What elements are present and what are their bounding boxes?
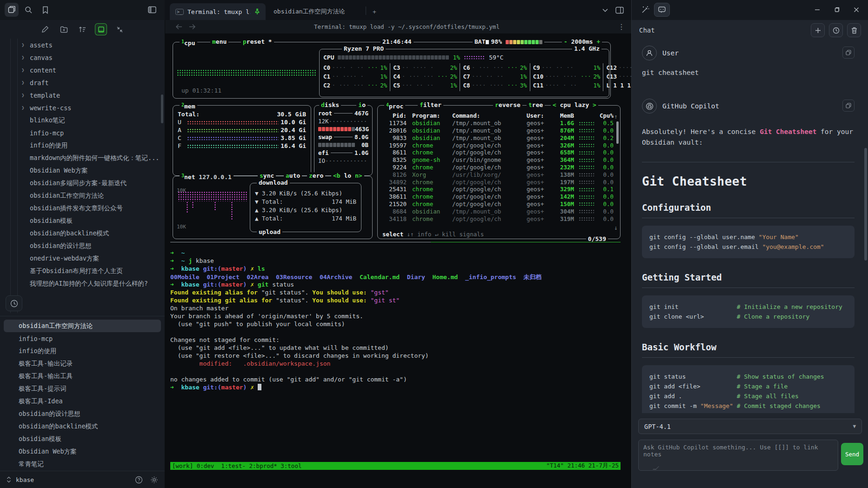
tab-list-chevron-icon[interactable] — [598, 3, 612, 17]
recent-item[interactable]: obsidian工作空间方法论 — [4, 320, 161, 332]
process-row[interactable]: 11734obsidian/tmp/.mount_obgeos+1.6G0.5 — [378, 120, 620, 127]
process-row[interactable]: 28016obsidian/tmp/.mount_obgeos+876M0.0 — [378, 127, 620, 134]
recent-item[interactable]: 极客工具-提示词 — [4, 382, 161, 395]
magic-wand-icon[interactable] — [638, 3, 652, 17]
back-icon[interactable] — [175, 24, 182, 30]
pin-icon[interactable] — [254, 8, 260, 15]
copilot-chat-icon[interactable] — [654, 3, 670, 17]
tree-item[interactable]: onedrive-webdav方案 — [0, 252, 165, 265]
tab-note[interactable]: obsidian工作空间方法论 — [268, 3, 365, 20]
process-row[interactable]: 8325gnome-sh/usr/bin/gnomegeos+364M0.0 — [378, 156, 620, 164]
scroll-up-icon[interactable]: ↑ — [614, 113, 618, 120]
split-layout-icon[interactable] — [613, 3, 627, 17]
recent-item[interactable]: obsidian模板 — [4, 433, 161, 445]
new-note-icon[interactable] — [39, 23, 51, 35]
process-row[interactable]: 34118chrome/opt/google/chgeos+319M0.0 — [378, 215, 620, 222]
tree-item[interactable]: infio的使用 — [0, 139, 165, 152]
terminal-body[interactable]: 1cpu menu preset * 21:46:44 BAT98% - 200… — [165, 33, 632, 488]
vault-bar[interactable]: kbase — [0, 471, 165, 488]
forward-icon[interactable] — [189, 24, 196, 30]
proc-reverse-label[interactable]: reverse — [493, 101, 522, 109]
tree-item[interactable]: obsidian插件发布文章到公众号 — [0, 202, 165, 214]
chat-input[interactable] — [638, 440, 838, 471]
copy-icon[interactable] — [842, 100, 855, 112]
tree-item[interactable]: 我理想的AI加持的个人知识库是什么样的? — [0, 277, 165, 290]
process-row[interactable]: 8611chrome/opt/google/chgeos+658M0.0 — [378, 149, 620, 156]
sort-order-icon[interactable] — [76, 23, 88, 35]
tree-item[interactable]: blinko笔记 — [0, 114, 165, 127]
tree-item[interactable]: markdown内的附件如何一键格式化：笔记... — [0, 152, 165, 164]
model-select[interactable]: GPT-4.1 ▼ — [638, 419, 862, 434]
disks-box-title[interactable]: disks — [319, 101, 341, 109]
shell-output[interactable]: ➜ ~➜ ~ j kbase➜ kbase git:(master) ✗ ls0… — [170, 249, 617, 392]
cpu-preset-label[interactable]: preset * — [241, 38, 274, 46]
tree-item[interactable]: ❯wewrite-css — [0, 101, 165, 114]
recent-item[interactable]: 极客工具-Idea — [4, 395, 161, 408]
process-row[interactable]: 21520chrome/opt/google/chgeos+150M0.0 — [378, 201, 620, 208]
net-mode[interactable]: <b lo n> — [331, 172, 364, 180]
chat-scrollbar[interactable] — [864, 148, 867, 261]
tree-item[interactable]: ❯canvas — [0, 51, 165, 64]
recent-item[interactable]: 极客工具-输出工具 — [4, 370, 161, 382]
files-icon[interactable] — [5, 3, 19, 17]
new-folder-icon[interactable] — [58, 23, 70, 35]
sidebar-scrollbar[interactable] — [161, 94, 163, 123]
process-row[interactable]: 25431chrome/opt/google/chgeos+329M0.1 — [378, 186, 620, 193]
scroll-down-icon[interactable]: ↓ — [614, 224, 618, 231]
io-corner-label[interactable]: io — [356, 101, 367, 109]
tree-item[interactable]: ❯content — [0, 64, 165, 76]
net-zero-label[interactable]: zero — [307, 172, 325, 180]
tree-item[interactable]: obsidian多端同步方案-最新迭代 — [0, 177, 165, 189]
collapse-all-icon[interactable] — [114, 23, 126, 35]
recent-item[interactable]: 极客工具-输出记录 — [4, 357, 161, 370]
tree-item[interactable]: Obsidian Web方案 — [0, 164, 165, 177]
proc-tree-label[interactable]: tree — [527, 101, 545, 109]
proc-scrollbar[interactable] — [616, 121, 619, 144]
cpu-menu-label[interactable]: menu — [210, 38, 228, 46]
proc-sort-mode[interactable]: < cpu lazy > — [551, 101, 598, 109]
left-sidebar-toggle-icon[interactable] — [145, 3, 159, 17]
recent-item[interactable]: infio-mcp — [4, 332, 161, 345]
settings-gear-icon[interactable] — [150, 476, 158, 484]
proc-filter-label[interactable]: filter — [418, 101, 443, 109]
tree-item[interactable]: obsidian工作空间方法论 — [0, 189, 165, 202]
recent-item[interactable]: obsidian的设计思想 — [4, 408, 161, 420]
cpu-box-title[interactable]: 1cpu — [180, 38, 197, 47]
tmux-windows[interactable]: [work] 0:dev 1:test- 2:bprod* 3:tool — [172, 462, 301, 469]
process-row[interactable]: 8126Xorg/usr/lib/xorg/geos+138M0.0 — [378, 171, 620, 178]
process-row[interactable]: 34892chrome/opt/google/chgeos+197M0.0 — [378, 178, 620, 186]
proc-box-title[interactable]: 4proc — [384, 101, 405, 110]
card-view-icon[interactable] — [95, 23, 107, 35]
new-tab-button[interactable]: + — [367, 3, 381, 20]
help-icon[interactable] — [135, 476, 143, 484]
minimize-icon[interactable] — [811, 4, 824, 16]
recent-item[interactable]: Obsidian Web方案 — [4, 445, 161, 458]
maximize-icon[interactable] — [830, 4, 843, 16]
process-row[interactable]: 19597chrome/opt/google/chgeos+326M0.0 — [378, 141, 620, 149]
copy-icon[interactable] — [842, 47, 855, 59]
recent-item[interactable]: infio的使用 — [4, 345, 161, 357]
close-icon[interactable] — [850, 4, 863, 16]
tree-item[interactable]: obsidian的设计思想 — [0, 240, 165, 252]
refresh-interval[interactable]: - 2000ms + — [562, 38, 602, 46]
bookmark-icon[interactable] — [38, 3, 52, 17]
process-row[interactable]: 38611chrome/opt/google/chgeos+142M0.0 — [378, 193, 620, 201]
tree-item[interactable]: infio-mcp — [0, 127, 165, 139]
tree-item[interactable]: 基于Obsidian布局打造个人主页 — [0, 265, 165, 277]
recent-files-clock-icon[interactable] — [6, 295, 22, 311]
chat-history-icon[interactable] — [829, 23, 843, 37]
mem-box-title[interactable]: 2mem — [180, 101, 197, 110]
more-options-icon[interactable]: ⋮ — [618, 22, 625, 31]
send-button[interactable]: Send — [841, 443, 863, 465]
process-row[interactable]: 9833obsidian/tmp/.mount_obgeos+204M0.2 — [378, 134, 620, 141]
net-sync-label[interactable]: sync — [258, 172, 276, 180]
process-row[interactable]: 9224chrome/opt/google/chgeos+232M0.0 — [378, 164, 620, 171]
delete-chat-icon[interactable] — [847, 23, 861, 37]
search-icon[interactable] — [21, 3, 35, 17]
tree-item[interactable]: ❯assets — [0, 39, 165, 51]
tab-terminal[interactable]: >_ Terminal: tmuxp l... — [170, 3, 266, 20]
process-row[interactable]: 8684obsidian/tmp/.mount_obgeos+304M0.0 — [378, 207, 620, 215]
new-chat-icon[interactable] — [811, 23, 825, 37]
proc-rows[interactable]: 11734obsidian/tmp/.mount_obgeos+1.6G0.52… — [378, 120, 620, 222]
recent-item[interactable]: 常青笔记 — [4, 458, 161, 470]
